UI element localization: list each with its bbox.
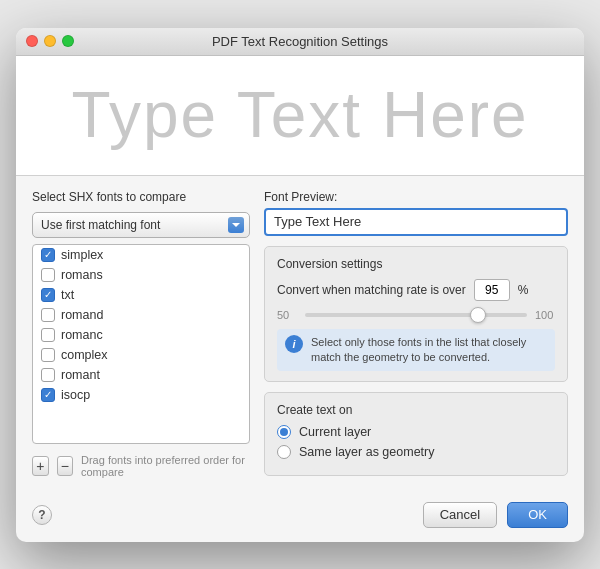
font-checkbox[interactable] — [41, 288, 55, 302]
bottom-bar: ? Cancel OK — [16, 492, 584, 542]
rate-slider[interactable] — [305, 313, 527, 317]
font-select[interactable]: Use first matching font — [32, 212, 250, 238]
radio-button[interactable] — [277, 425, 291, 439]
font-preview-label: Font Preview: — [264, 190, 568, 204]
radio-row[interactable]: Same layer as geometry — [277, 445, 555, 459]
font-checkbox[interactable] — [41, 328, 55, 342]
font-checkbox[interactable] — [41, 308, 55, 322]
main-content: Select SHX fonts to compare Use first ma… — [16, 176, 584, 492]
drag-hint: Drag fonts into preferred order for comp… — [81, 454, 250, 478]
font-list: simplexromanstxtromandromanccomplexroman… — [32, 244, 250, 444]
slider-row: 50 100 — [277, 309, 555, 321]
radio-row[interactable]: Current layer — [277, 425, 555, 439]
font-preview-input[interactable] — [264, 208, 568, 236]
radio-button[interactable] — [277, 445, 291, 459]
font-list-item[interactable]: complex — [33, 345, 249, 365]
font-list-item[interactable]: isocp — [33, 385, 249, 405]
font-name-label: romand — [61, 308, 103, 322]
info-icon: i — [285, 335, 303, 353]
rate-label: Convert when matching rate is over — [277, 283, 466, 297]
font-checkbox[interactable] — [41, 268, 55, 282]
slider-max-label: 100 — [535, 309, 555, 321]
font-list-item[interactable]: simplex — [33, 245, 249, 265]
title-bar: PDF Text Recognition Settings — [16, 28, 584, 56]
preview-text: Type Text Here — [71, 78, 528, 152]
slider-min-label: 50 — [277, 309, 297, 321]
conversion-settings-box: Conversion settings Convert when matchin… — [264, 246, 568, 383]
radio-label: Current layer — [299, 425, 371, 439]
font-name-label: romans — [61, 268, 103, 282]
help-button[interactable]: ? — [32, 505, 52, 525]
minimize-button[interactable] — [44, 35, 56, 47]
font-list-item[interactable]: txt — [33, 285, 249, 305]
left-panel: Select SHX fonts to compare Use first ma… — [32, 190, 250, 478]
font-checkbox[interactable] — [41, 348, 55, 362]
font-checkbox[interactable] — [41, 388, 55, 402]
font-name-label: romanc — [61, 328, 103, 342]
main-window: PDF Text Recognition Settings Type Text … — [16, 28, 584, 542]
font-checkbox[interactable] — [41, 248, 55, 262]
rate-unit: % — [518, 283, 529, 297]
font-list-item[interactable]: romant — [33, 365, 249, 385]
font-list-item[interactable]: romans — [33, 265, 249, 285]
action-buttons: Cancel OK — [423, 502, 568, 528]
ok-button[interactable]: OK — [507, 502, 568, 528]
font-name-label: simplex — [61, 248, 103, 262]
font-list-item[interactable]: romand — [33, 305, 249, 325]
font-name-label: txt — [61, 288, 74, 302]
list-footer: + − Drag fonts into preferred order for … — [32, 454, 250, 478]
radio-label: Same layer as geometry — [299, 445, 434, 459]
font-select-wrapper: Use first matching font — [32, 212, 250, 238]
add-font-button[interactable]: + — [32, 456, 49, 476]
font-name-label: isocp — [61, 388, 90, 402]
font-list-item[interactable]: romanc — [33, 325, 249, 345]
window-controls — [26, 35, 74, 47]
info-text: Select only those fonts in the list that… — [311, 335, 547, 366]
close-button[interactable] — [26, 35, 38, 47]
cancel-button[interactable]: Cancel — [423, 502, 497, 528]
info-row: i Select only those fonts in the list th… — [277, 329, 555, 372]
font-name-label: complex — [61, 348, 108, 362]
create-text-title: Create text on — [277, 403, 555, 417]
create-text-box: Create text on Current layerSame layer a… — [264, 392, 568, 476]
rate-row: Convert when matching rate is over % — [277, 279, 555, 301]
rate-input[interactable] — [474, 279, 510, 301]
conversion-title: Conversion settings — [277, 257, 555, 271]
right-panel: Font Preview: Conversion settings Conver… — [264, 190, 568, 478]
radio-options: Current layerSame layer as geometry — [277, 425, 555, 459]
window-title: PDF Text Recognition Settings — [212, 34, 388, 49]
preview-area: Type Text Here — [16, 56, 584, 176]
font-preview-section: Font Preview: — [264, 190, 568, 236]
font-name-label: romant — [61, 368, 100, 382]
fonts-panel-label: Select SHX fonts to compare — [32, 190, 250, 204]
maximize-button[interactable] — [62, 35, 74, 47]
remove-font-button[interactable]: − — [57, 456, 74, 476]
font-checkbox[interactable] — [41, 368, 55, 382]
